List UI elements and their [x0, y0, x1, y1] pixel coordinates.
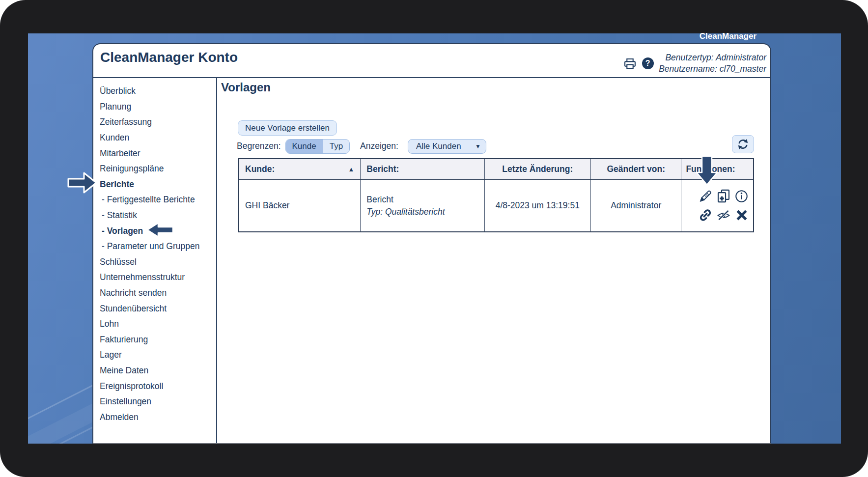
- bericht-typ: Typ: Qualitätsbericht: [366, 206, 445, 218]
- table-row: GHI Bäcker Bericht Typ: Qualitätsbericht…: [239, 180, 753, 231]
- sidebar-item-ereignisprotokoll[interactable]: Ereignisprotokoll: [93, 378, 215, 394]
- limit-option-typ[interactable]: Typ: [323, 140, 349, 153]
- brand-label: CleanManager: [700, 31, 756, 41]
- sidebar-item-ueberblick[interactable]: Überblick: [93, 84, 215, 99]
- sidebar-item-einstellungen[interactable]: Einstellungen: [93, 394, 215, 410]
- header-actions: ? Benutzertyp: Administrator Benutzernam…: [623, 52, 766, 75]
- refresh-button[interactable]: [732, 135, 754, 153]
- sidebar-item-fertiggestellte-berichte[interactable]: - Fertiggestellte Berichte: [93, 192, 215, 208]
- sidebar-item-statistik[interactable]: - Statistik: [93, 208, 215, 224]
- cell-kunde: GHI Bäcker: [239, 180, 361, 231]
- limit-option-kunde[interactable]: Kunde: [286, 140, 323, 153]
- user-type: Benutzertyp: Administrator: [659, 52, 766, 63]
- section-heading: Vorlagen: [221, 81, 271, 94]
- sidebar-item-stundenuebersicht[interactable]: Stundenübersicht: [93, 301, 215, 316]
- sidebar-item-nachricht-senden[interactable]: Nachricht senden: [93, 285, 215, 301]
- delete-x-icon[interactable]: [735, 209, 748, 222]
- cell-bericht: Bericht Typ: Qualitätsbericht: [361, 180, 484, 231]
- customer-filter-dropdown[interactable]: Alle Kunden ▼: [408, 139, 486, 154]
- sidebar-item-berichte[interactable]: Berichte: [93, 177, 215, 193]
- show-label: Anzeigen:: [360, 141, 398, 151]
- link-icon[interactable]: [699, 208, 712, 222]
- print-button[interactable]: [623, 57, 637, 70]
- info-icon[interactable]: [735, 190, 748, 203]
- annotation-arrow-berichte: [67, 171, 98, 195]
- limit-segmented-control: Kunde Typ: [285, 139, 350, 154]
- function-icons: [681, 180, 753, 231]
- user-name: Benutzername: cl70_master: [659, 63, 766, 75]
- sidebar-item-mitarbeiter[interactable]: Mitarbeiter: [93, 145, 215, 161]
- page-title: CleanManager Konto: [100, 50, 238, 65]
- sidebar-item-parameter-und-gruppen[interactable]: - Parameter und Gruppen: [93, 239, 215, 254]
- sidebar-item-planung[interactable]: Planung: [93, 99, 215, 115]
- app-window: CleanManager Konto ? Benutzertyp: Admini…: [92, 43, 771, 444]
- sidebar-item-meine-daten[interactable]: Meine Daten: [93, 363, 215, 379]
- limit-label: Begrenzen:: [237, 141, 281, 151]
- main-content: Vorlagen Neue Vorlage erstellen Begrenze…: [217, 78, 770, 443]
- chevron-down-icon: ▼: [475, 143, 481, 150]
- sort-ascending-icon: ▲: [348, 166, 354, 173]
- filter-controls: Begrenzen: Kunde Typ Anzeigen: Alle Kund…: [237, 139, 486, 154]
- sidebar-item-lager[interactable]: Lager: [93, 347, 215, 363]
- column-header-kunde[interactable]: Kunde: ▲: [239, 159, 361, 179]
- refresh-icon: [737, 138, 749, 150]
- sidebar-item-unternehmensstruktur[interactable]: Unternehmensstruktur: [93, 270, 215, 285]
- print-icon: [623, 57, 637, 70]
- column-header-letzte-aenderung[interactable]: Letzte Änderung:: [485, 159, 591, 179]
- bericht-name: Bericht: [366, 194, 393, 206]
- sidebar-item-reinigungsplaene[interactable]: Reinigungspläne: [93, 161, 215, 177]
- help-button[interactable]: ?: [641, 57, 654, 70]
- user-info: Benutzertyp: Administrator Benutzername:…: [659, 52, 766, 75]
- sidebar-item-kunden[interactable]: Kunden: [93, 130, 215, 146]
- annotation-arrow-funktionen: [696, 155, 718, 187]
- sidebar-nav: Überblick Planung Zeiterfassung Kunden M…: [93, 84, 215, 425]
- cell-funktionen: [681, 180, 753, 231]
- table-header-row: Kunde: ▲ Bericht: Letzte Änderung: Geänd…: [239, 159, 753, 180]
- column-header-geaendert-von[interactable]: Geändert von:: [591, 159, 681, 179]
- templates-table: Kunde: ▲ Bericht: Letzte Änderung: Geänd…: [238, 158, 754, 232]
- help-icon: ?: [642, 57, 654, 69]
- new-template-button[interactable]: Neue Vorlage erstellen: [238, 120, 337, 136]
- annotation-arrow-vorlagen: [146, 222, 174, 238]
- edit-pencil-icon[interactable]: [699, 189, 712, 203]
- sidebar-item-lohn[interactable]: Lohn: [93, 316, 215, 332]
- cell-geaendert-von: Administrator: [591, 180, 681, 231]
- dropdown-value: Alle Kunden: [416, 141, 461, 151]
- copy-add-icon[interactable]: [716, 189, 731, 203]
- hide-eye-slash-icon[interactable]: [716, 208, 731, 222]
- sidebar-item-fakturierung[interactable]: Fakturierung: [93, 332, 215, 348]
- column-header-bericht[interactable]: Bericht:: [361, 159, 484, 179]
- cell-letzte-aenderung: 4/8-2023 um 13:19:51: [485, 180, 591, 231]
- sidebar-item-schluessel[interactable]: Schlüssel: [93, 254, 215, 270]
- sidebar-item-abmelden[interactable]: Abmelden: [93, 409, 215, 425]
- sidebar-item-zeiterfassung[interactable]: Zeiterfassung: [93, 114, 215, 130]
- screenshot: CleanManager CleanManager Konto ? Benutz…: [0, 0, 868, 477]
